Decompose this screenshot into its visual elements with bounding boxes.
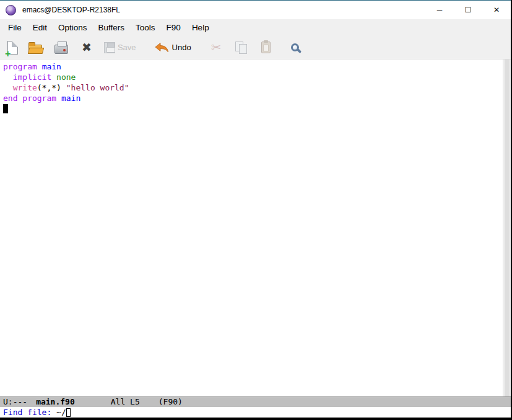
window-title: emacs@DESKTOP-R2138FL [22, 6, 120, 14]
menu-item-edit[interactable]: Edit [27, 20, 53, 35]
undo-icon [154, 42, 170, 53]
menu-item-f90[interactable]: F90 [161, 20, 186, 35]
menu-bar: File Edit Options Buffers Tools F90 Help [0, 19, 511, 36]
kill-buffer-button[interactable]: ✖ [82, 42, 92, 53]
new-file-button[interactable]: + [7, 41, 18, 55]
open-file-button[interactable] [28, 42, 42, 54]
close-x-icon: ✖ [82, 42, 92, 53]
save-label: Save [118, 43, 136, 52]
minibuffer[interactable]: Find file: ~/ [0, 407, 511, 418]
new-file-icon: + [7, 41, 18, 55]
save-icon [104, 42, 115, 53]
mode-line: U:--- main.f90 All L5 (F90) [0, 396, 511, 407]
menu-item-help[interactable]: Help [186, 20, 215, 35]
copy-icon [235, 42, 247, 53]
search-button[interactable] [291, 43, 299, 51]
copy-button [235, 42, 247, 53]
minimize-button[interactable]: ─ [425, 1, 454, 19]
paste-button [261, 42, 271, 53]
window-controls: ─ ☐ ✕ [425, 1, 511, 19]
scrollbar-thumb[interactable] [505, 59, 510, 396]
open-folder-icon [28, 45, 42, 54]
code-line: program main [3, 61, 511, 72]
save-button: Save [104, 42, 136, 53]
print-icon [54, 45, 68, 54]
minibuffer-prompt: Find file: [3, 408, 56, 418]
scrollbar[interactable] [503, 59, 511, 396]
search-icon [291, 43, 299, 51]
minibuffer-cursor [66, 408, 71, 417]
code-line: implicit none [3, 72, 511, 82]
menu-item-file[interactable]: File [2, 20, 27, 35]
cut-button: ✂ [211, 42, 221, 53]
close-button[interactable]: ✕ [482, 1, 511, 19]
print-button[interactable] [54, 41, 68, 54]
code-line: write(*,*) "hello world" [3, 82, 511, 93]
undo-label: Undo [172, 43, 191, 52]
undo-button[interactable]: Undo [154, 42, 191, 53]
buffer-text: program main implicit none write(*,*) "h… [3, 61, 511, 114]
editor-buffer[interactable]: program main implicit none write(*,*) "h… [0, 59, 511, 396]
code-line: end program main [3, 93, 511, 103]
menu-item-options[interactable]: Options [53, 20, 93, 35]
menu-item-buffers[interactable]: Buffers [93, 20, 131, 35]
tool-bar: + ✖ Save Undo ✂ [0, 36, 511, 59]
code-line [3, 103, 511, 114]
minibuffer-input[interactable]: ~/ [56, 408, 66, 418]
menu-item-tools[interactable]: Tools [130, 20, 161, 35]
cut-icon: ✂ [211, 42, 221, 53]
paste-icon [261, 42, 271, 53]
text-cursor [3, 104, 8, 113]
emacs-window: emacs@DESKTOP-R2138FL ─ ☐ ✕ File Edit Op… [0, 0, 511, 418]
maximize-button[interactable]: ☐ [454, 1, 482, 19]
modeline-position: All L5 [111, 397, 140, 407]
title-bar: emacs@DESKTOP-R2138FL ─ ☐ ✕ [0, 1, 511, 19]
modeline-buffer-name[interactable]: main.f90 [36, 397, 75, 407]
modeline-flags: U:--- [3, 397, 27, 407]
modeline-major-mode[interactable]: (F90) [158, 397, 183, 407]
emacs-logo-icon [6, 5, 16, 15]
